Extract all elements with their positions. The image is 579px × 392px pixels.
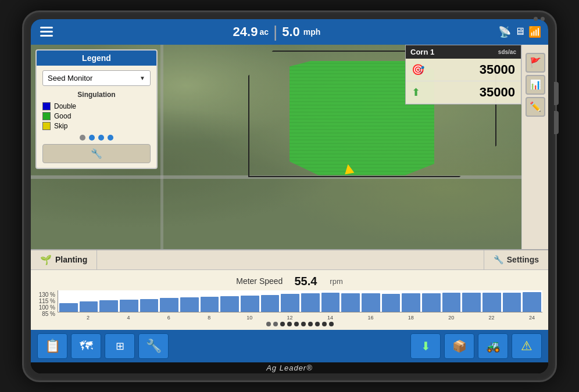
alert-button[interactable]: ⚠: [512, 333, 542, 359]
bar-7: [180, 297, 199, 311]
bar-16: [362, 293, 380, 312]
x-label-4: 4: [119, 315, 138, 321]
x-label-6: 6: [160, 315, 178, 321]
settings-tab[interactable]: 🔧 Settings: [484, 250, 548, 269]
x-label-10: 10: [240, 315, 259, 321]
x-label-14: 14: [321, 315, 339, 321]
bar-19: [422, 293, 441, 312]
corn-header: Corn 1 sds/ac: [406, 45, 521, 59]
legend-panel: Legend Seed Monitor ▼ Singulation Double: [35, 49, 158, 169]
planting-label: Planting: [55, 255, 87, 264]
x-label-3: [99, 315, 117, 321]
bar-20: [442, 293, 461, 311]
map-right-buttons: 🚩 📊 ✏️: [521, 45, 548, 249]
x-label-9: [220, 315, 239, 321]
chart-dot-1: [266, 322, 271, 326]
legend-item-good: Good: [42, 112, 151, 120]
chart-dot-5: [294, 322, 299, 326]
pencil-icon: ✏️: [530, 101, 541, 112]
bar-4: [120, 300, 138, 312]
bar-24: [523, 292, 541, 311]
x-label-15: [341, 315, 360, 321]
wifi-icon: 📡: [498, 26, 511, 38]
good-color-swatch: [42, 112, 51, 120]
x-label-18: 18: [402, 315, 420, 321]
tractor-icon: 🚜: [486, 339, 501, 353]
map-area: ▲ Legend Seed Monitor ▼ Singulation: [31, 45, 548, 249]
grid-icon: ⊞: [116, 340, 124, 353]
chart-dot-9: [322, 322, 327, 326]
download-button[interactable]: ⬇: [410, 333, 441, 359]
chart-value: 55.4: [294, 275, 317, 288]
bar-15: [341, 293, 360, 311]
screen: 24.9 ac | 5.0 mph 📡 🖥 📶: [31, 19, 548, 373]
tractor-position: ▲: [339, 157, 358, 178]
wrench-icon: 🔧: [91, 148, 102, 159]
bar-8: [201, 297, 219, 311]
x-label-20: 20: [442, 315, 460, 321]
bar-5: [140, 299, 159, 312]
chart-dot-6: [301, 322, 306, 326]
chart-button[interactable]: 📊: [526, 75, 545, 95]
double-color-swatch: [42, 102, 51, 110]
bars-container: [58, 290, 542, 312]
dot-2: [89, 135, 95, 141]
bar-22: [482, 293, 501, 311]
chart-dot-10: [329, 322, 334, 326]
chart-dot-8: [315, 322, 320, 326]
skip-color-swatch: [42, 122, 51, 130]
area-unit: ac: [259, 27, 269, 37]
dot-4: [108, 135, 113, 141]
planting-tab[interactable]: 🌱 Planting: [31, 250, 97, 269]
chart-dot-4: [287, 322, 292, 326]
edit-button[interactable]: ✏️: [526, 97, 545, 117]
legend-item-skip: Skip: [42, 122, 151, 130]
x-label-12: 12: [281, 315, 299, 321]
top-right-icons: 📡 🖥 📶: [498, 26, 541, 38]
target-icon: 🎯: [412, 63, 424, 76]
tools-icon: 🔧: [146, 339, 162, 354]
box-button[interactable]: 📦: [444, 333, 474, 359]
hw-button-1[interactable]: [554, 82, 559, 105]
top-bar: 24.9 ac | 5.0 mph 📡 🖥 📶: [31, 19, 548, 45]
download-icon: ⬇: [421, 339, 431, 353]
road-vertical: [160, 45, 163, 249]
legend-items: Double Good Skip: [42, 102, 151, 130]
grid-button[interactable]: ⊞: [105, 333, 135, 359]
chart-dot-2: [273, 322, 278, 326]
corn-actual-value: 35000: [480, 85, 515, 100]
legend-dropdown[interactable]: Seed Monitor ▼: [42, 70, 151, 86]
bars-wrapper: 24681012141618202224: [58, 290, 542, 326]
wrench-button[interactable]: 🔧: [42, 144, 151, 163]
x-label-7: [180, 315, 198, 321]
bottom-nav: 📋 🗺 ⊞ 🔧 ⬇ 📦 🚜: [31, 330, 548, 362]
singulation-title: Singulation: [42, 91, 151, 99]
display-icon: 🖥: [514, 26, 525, 38]
reports-button[interactable]: 📋: [37, 333, 67, 359]
x-labels: 24681012141618202224: [58, 314, 542, 321]
map-nav-button[interactable]: 🗺: [71, 333, 101, 359]
signal-icon: 📶: [528, 26, 541, 38]
x-label-22: 22: [482, 315, 501, 321]
hw-button-2[interactable]: [554, 111, 559, 134]
box-icon: 📦: [452, 339, 467, 353]
y-label-115: 115 %: [37, 298, 55, 304]
x-label-24: 24: [523, 315, 541, 321]
good-label: Good: [54, 112, 71, 120]
brand-name: Ag Leader®: [266, 364, 313, 372]
bar-12: [281, 294, 299, 311]
dot-1: [80, 135, 85, 141]
skip-label: Skip: [54, 122, 67, 130]
menu-button[interactable]: [38, 24, 55, 39]
bar-3: [99, 300, 118, 312]
tractor-button[interactable]: 🚜: [478, 333, 508, 359]
flag-button[interactable]: 🚩: [526, 53, 545, 73]
corn-target-row: 🎯 35000: [406, 59, 521, 81]
x-label-23: [502, 315, 521, 321]
separator: |: [273, 23, 277, 41]
area-value: 24.9: [233, 24, 258, 39]
tools-nav-button[interactable]: 🔧: [138, 333, 169, 359]
bar-10: [241, 296, 259, 311]
brand-bar: Ag Leader®: [31, 362, 548, 373]
chart-dots: [58, 322, 542, 326]
